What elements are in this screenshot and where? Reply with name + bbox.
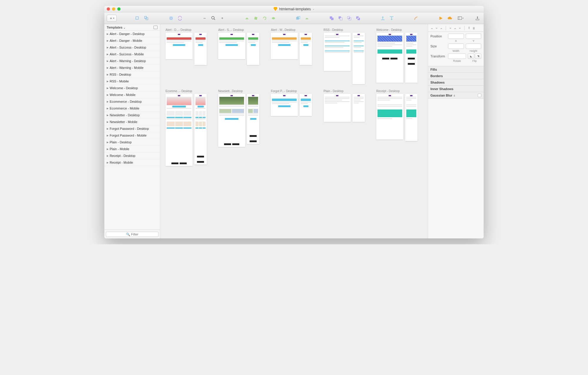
mask-button[interactable] <box>294 15 302 22</box>
artboard-thumbnail[interactable] <box>300 33 312 65</box>
disclosure-triangle-icon[interactable]: ▶ <box>107 87 108 89</box>
artboard-layer-item[interactable]: ▶Welcome - Mobile <box>104 92 160 98</box>
artboard-label[interactable]: Alert - S...- Desktop <box>218 28 264 31</box>
disclosure-triangle-icon[interactable]: ▶ <box>107 141 108 144</box>
scale-button[interactable] <box>303 15 311 22</box>
rotate-input[interactable] <box>448 54 466 59</box>
artboard-thumbnail[interactable] <box>353 94 365 122</box>
align-bottom-icon[interactable]: ⫟ <box>458 26 462 30</box>
artboard-thumbnail[interactable] <box>247 33 259 65</box>
artboard-thumbnail[interactable] <box>300 94 312 116</box>
artboard-thumbnail[interactable] <box>247 94 259 144</box>
artboard-thumbnail[interactable] <box>194 33 207 65</box>
create-symbol-button[interactable] <box>167 15 175 22</box>
blur-checkbox[interactable] <box>478 94 481 97</box>
zoom-tool-button[interactable] <box>210 15 217 22</box>
intersect-button[interactable] <box>345 15 353 22</box>
inner-shadows-header[interactable]: Inner Shadows <box>428 86 484 92</box>
disclosure-triangle-icon[interactable]: ▶ <box>107 67 108 69</box>
disclosure-triangle-icon[interactable]: ▶ <box>107 53 108 56</box>
artboard-thumbnail[interactable] <box>353 33 365 84</box>
distribute-h-icon[interactable]: ⫴ <box>467 26 471 30</box>
artboard-label[interactable]: Welcome - Desktop <box>376 28 422 31</box>
artboard-layer-item[interactable]: ▶RSS - Mobile <box>104 78 160 85</box>
gaussian-blur-header[interactable]: Gaussian Blur ⇳ <box>428 92 484 99</box>
disclosure-triangle-icon[interactable]: ▶ <box>107 114 108 117</box>
symbol-swap-button[interactable] <box>176 15 184 22</box>
artboard-thumbnail[interactable] <box>405 33 417 83</box>
flip-h-button[interactable]: ◣ <box>468 54 474 59</box>
disclosure-triangle-icon[interactable]: ▶ <box>107 73 108 76</box>
artboard-label[interactable]: Ecomme...- Desktop <box>166 89 212 93</box>
position-x-input[interactable] <box>448 34 464 39</box>
artboard-label[interactable]: RSS - Desktop <box>324 28 370 31</box>
artboard-layer-item[interactable]: ▶Ecommerce - Desktop <box>104 98 160 105</box>
artboard-layer-item[interactable]: ▶Alert - Warning - Desktop <box>104 58 160 64</box>
align-center-v-icon[interactable]: ⫠ <box>453 26 457 30</box>
pages-header[interactable]: Templates⌄ <box>104 24 160 31</box>
disclosure-triangle-icon[interactable]: ▶ <box>107 33 108 35</box>
artboard-layer-item[interactable]: ▶Alert - Danger - Mobile <box>104 37 160 44</box>
artboard-thumbnail[interactable] <box>218 94 245 147</box>
artboard-layer-item[interactable]: ▶Alert - Warning - Mobile <box>104 64 160 71</box>
artboard-thumbnail[interactable] <box>376 94 403 140</box>
filter-input[interactable] <box>106 232 158 237</box>
height-input[interactable] <box>466 44 482 49</box>
artboard-label[interactable]: Newslett...Desktop <box>218 89 264 93</box>
canvas[interactable]: Alert - D...- DesktopAlert - S...- Deskt… <box>160 24 428 238</box>
align-right-icon[interactable]: ⫠ <box>439 26 443 30</box>
group-button[interactable] <box>134 15 141 22</box>
subtract-button[interactable] <box>337 15 344 22</box>
flatten-button[interactable] <box>270 15 277 22</box>
fills-header[interactable]: Fills <box>428 66 484 73</box>
document-title[interactable]: htmlemail-templates ⌄ <box>273 7 315 11</box>
backward-button[interactable] <box>388 15 395 22</box>
artboard-thumbnail[interactable] <box>218 33 245 59</box>
minimize-button[interactable] <box>112 7 115 11</box>
width-input[interactable] <box>448 44 464 49</box>
difference-button[interactable] <box>354 15 362 22</box>
artboard-label[interactable]: Alert - D...- Desktop <box>166 28 212 31</box>
align-left-icon[interactable]: ⫠ <box>430 26 434 30</box>
insert-button[interactable]: ＋▾ <box>107 15 117 22</box>
artboard-thumbnail[interactable] <box>271 33 298 59</box>
artboard-layer-item[interactable]: ▶Alert - Danger - Desktop <box>104 31 160 37</box>
view-button[interactable]: ▾ <box>457 15 464 22</box>
disclosure-triangle-icon[interactable]: ▶ <box>107 107 108 110</box>
disclosure-triangle-icon[interactable]: ▶ <box>107 155 108 157</box>
flip-v-button[interactable]: ◥ <box>475 54 481 59</box>
edit-shape-button[interactable] <box>243 15 251 22</box>
artboard-thumbnail[interactable] <box>166 33 193 59</box>
preview-button[interactable] <box>437 15 445 22</box>
export-button[interactable] <box>474 15 481 22</box>
disclosure-triangle-icon[interactable]: ▶ <box>107 127 108 130</box>
artboard-layer-item[interactable]: ▶Ecommerce - Mobile <box>104 105 160 112</box>
artboard-label[interactable]: Alert - W...Desktop <box>271 28 317 31</box>
align-top-icon[interactable]: ⫟ <box>448 26 452 30</box>
disclosure-triangle-icon[interactable]: ▶ <box>107 94 108 96</box>
artboard-layer-item[interactable]: ▶Alert - Success - Desktop <box>104 44 160 51</box>
artboard-layer-item[interactable]: ▶Newsletter - Mobile <box>104 119 160 125</box>
artboard-thumbnail[interactable] <box>194 94 207 165</box>
zoom-out-button[interactable]: − <box>201 15 208 22</box>
mirror-button[interactable] <box>412 15 420 22</box>
disclosure-triangle-icon[interactable]: ▶ <box>107 80 108 83</box>
artboard-layer-item[interactable]: ▶Forgot Password - Mobile <box>104 132 160 139</box>
artboard-layer-item[interactable]: ▶Receipt - Mobile <box>104 159 160 166</box>
artboard-label[interactable]: Plain - Desktop <box>324 89 370 93</box>
disclosure-triangle-icon[interactable]: ▶ <box>107 161 108 164</box>
union-button[interactable] <box>328 15 335 22</box>
artboard-layer-item[interactable]: ▶Newsletter - Desktop <box>104 112 160 119</box>
ungroup-button[interactable] <box>143 15 150 22</box>
disclosure-triangle-icon[interactable]: ▶ <box>107 39 108 42</box>
collapse-pages-icon[interactable] <box>153 26 158 29</box>
artboard-layer-item[interactable]: ▶Receipt - Desktop <box>104 152 160 159</box>
disclosure-triangle-icon[interactable]: ▶ <box>107 46 108 49</box>
artboard-label[interactable]: Forgot P...- Desktop <box>271 89 317 93</box>
zoom-button[interactable] <box>117 7 121 11</box>
artboard-layer-item[interactable]: ▶Alert - Success - Mobile <box>104 51 160 58</box>
position-y-input[interactable] <box>466 34 482 39</box>
artboard-layer-item[interactable]: ▶Plain - Mobile <box>104 146 160 152</box>
artboard-thumbnail[interactable] <box>405 94 417 141</box>
artboard-thumbnail[interactable] <box>271 94 298 116</box>
